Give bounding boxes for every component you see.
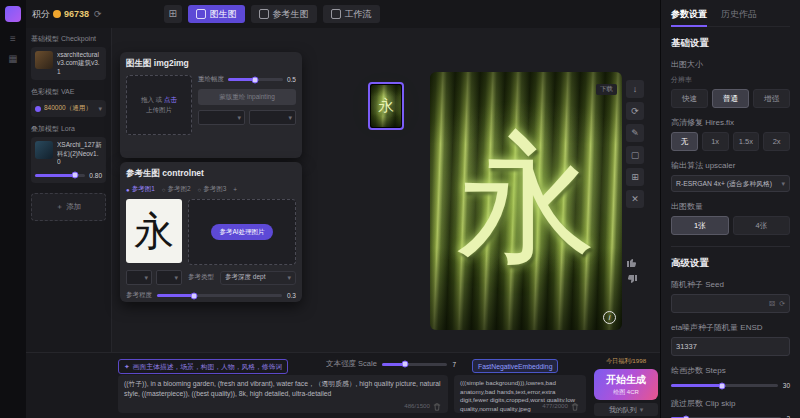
upscaler-label: 输出算法 upscaler [671, 160, 790, 171]
download-icon[interactable]: ↓ [626, 80, 644, 98]
ref-tab-2[interactable]: ○参考图2 [162, 185, 191, 194]
count-option-1[interactable]: 1张 [671, 216, 729, 235]
ref-mini-select-1[interactable]: ▾ [126, 270, 152, 285]
info-icon[interactable]: i [603, 311, 616, 324]
ref-tab-add[interactable]: + [233, 186, 237, 193]
dot-icon: ● [126, 187, 130, 193]
lora-card[interactable]: XSArchi_127新科幻(2)Neov1.0 0.80 [31, 137, 106, 182]
sidebar-tabs: 参数设置 历史作品 [671, 0, 790, 27]
prompt-hint-pill[interactable]: ✦ 画面主体描述，场景，构图，人物，风格，修饰词 [118, 359, 288, 374]
trash-icon[interactable] [433, 403, 441, 411]
ref-type-value: 参考深度 dept [225, 273, 265, 282]
ai-process-label: 参考AI处理图片 [219, 228, 264, 235]
controlnet-panel: 参考生图 controlnet ●参考图1 ○参考图2 ○参考图3 + 永 参考… [120, 162, 302, 302]
count-option-4[interactable]: 4张 [733, 216, 791, 235]
ref-strength-value: 0.3 [287, 292, 296, 299]
resolution-option-enhanced[interactable]: 增强 [753, 89, 790, 108]
vae-select[interactable]: 840000（通用） ▾ [31, 100, 106, 117]
image-tool-column: ↓ ⟳ ✎ ▢ ⊞ ✕ [626, 80, 644, 208]
denoise-slider[interactable] [228, 78, 283, 81]
generation-thumbnail[interactable]: 永 [368, 82, 404, 130]
scale-slider[interactable] [382, 363, 448, 366]
tab-workflow[interactable]: 工作流 [323, 5, 380, 23]
workflow-icon [331, 9, 341, 19]
resolution-option-normal[interactable]: 普通 [712, 89, 749, 108]
menu-icon[interactable]: ≡ [6, 32, 20, 46]
negative-embedding-tag[interactable]: FastNegativeEmbedding [472, 359, 558, 373]
denoise-value: 0.5 [287, 76, 296, 83]
thumbs-up-icon[interactable] [626, 256, 638, 268]
resolution-label: 分辨率 [671, 75, 790, 85]
hires-label: 高清修复 Hires.fix [671, 117, 790, 128]
ref-tab-3[interactable]: ○参考图3 [198, 185, 227, 194]
ensd-label: eta噪声种子随机量 ENSD [671, 322, 790, 333]
lora-label: 叠加模型 Lora [31, 124, 106, 134]
hires-option-2x[interactable]: 2x [763, 132, 790, 151]
seed-refresh-icon[interactable]: ⟳ [779, 300, 785, 308]
lora-weight-slider[interactable] [35, 174, 85, 177]
edit-icon[interactable]: ✎ [626, 124, 644, 142]
grid-icon[interactable]: ⊞ [626, 168, 644, 186]
bonus-text: 今日福利/1998 [594, 357, 658, 367]
negative-prompt-input[interactable]: (((simple background))),lowres,bad anato… [454, 375, 586, 413]
clip-skip-label: 跳过层数 Clip skip [671, 398, 790, 409]
ref-strength-slider[interactable] [157, 294, 282, 297]
reference-image[interactable]: 永 [126, 199, 182, 263]
apps-icon[interactable]: ▦ [6, 52, 20, 66]
ref-mini-select-2[interactable]: ▾ [156, 270, 182, 285]
grid-view-icon[interactable]: ⊞ [164, 5, 182, 23]
app-logo[interactable] [5, 6, 21, 22]
generated-image[interactable]: 永 i [430, 72, 622, 330]
upscaler-value: R-ESRGAN 4x+ (适合多种风格) [676, 179, 772, 189]
hires-option-15x[interactable]: 1.5x [733, 132, 760, 151]
steps-slider[interactable] [671, 384, 778, 387]
generate-column: 今日福利/1998 开始生成 绘图 4CR 我的队列 ▾ [594, 357, 658, 416]
download-tooltip: 下载 [596, 84, 617, 95]
ref-strength-label: 参考程度 [126, 291, 152, 300]
vae-dot-icon [35, 106, 41, 112]
img2img-option-select-2[interactable]: ▾ [249, 110, 296, 125]
chevron-down-icon: ▾ [98, 105, 102, 113]
ensd-input[interactable]: 31337 [671, 337, 790, 356]
upscaler-select[interactable]: R-ESRGAN 4x+ (适合多种风格) ▾ [671, 175, 790, 192]
tab-history[interactable]: 历史作品 [721, 6, 757, 21]
prompt-hint-text: 画面主体描述，场景，构图，人物，风格，修饰词 [133, 362, 283, 372]
hires-option-1x[interactable]: 1x [702, 132, 729, 151]
regenerate-icon[interactable]: ⟳ [626, 102, 644, 120]
ref-type-select[interactable]: 参考深度 dept ▾ [220, 271, 296, 285]
seed-input[interactable]: ⚄ ⟳ [671, 294, 790, 313]
ensd-value: 31337 [676, 342, 785, 351]
add-label: 添加 [66, 202, 81, 212]
tab-controlnet[interactable]: 参考生图 [251, 5, 317, 23]
queue-button[interactable]: 我的队列 ▾ [594, 403, 658, 416]
hires-option-none[interactable]: 无 [671, 132, 698, 151]
checkpoint-thumbnail [35, 51, 53, 69]
generate-button[interactable]: 开始生成 绘图 4CR [594, 369, 658, 400]
steps-value: 30 [783, 382, 790, 389]
img2img-option-select-1[interactable]: ▾ [198, 110, 245, 125]
img2img-upload-dropzone[interactable]: 拖入 或 点击 上传图片 [126, 75, 192, 135]
size-label: 出图大小 [671, 59, 790, 70]
frame-icon[interactable]: ▢ [626, 146, 644, 164]
checkpoint-card[interactable]: xsarchitecturalv3.com建筑v3.1 [31, 47, 106, 80]
denoise-label: 重绘幅度 [198, 75, 224, 84]
settings-sidebar: 参数设置 历史作品 基础设置 出图大小 分辨率 快速 普通 增强 高清修复 Hi… [660, 0, 800, 418]
positive-prompt-input[interactable]: ((竹子)), in a blooming garden, (fresh and… [118, 375, 448, 413]
ref-tab-1[interactable]: ●参考图1 [126, 185, 155, 194]
resolution-option-fast[interactable]: 快速 [671, 89, 708, 108]
sparkle-icon: ✦ [124, 363, 130, 371]
thumbs-down-icon[interactable] [626, 274, 638, 286]
canvas-area[interactable]: 图生图 img2img 拖入 或 点击 上传图片 重绘幅度 0.5 [112, 28, 660, 352]
tab-parameters[interactable]: 参数设置 [671, 6, 707, 27]
ai-process-button[interactable]: 参考AI处理图片 [211, 224, 272, 240]
tab-workflow-label: 工作流 [345, 8, 372, 21]
delete-icon[interactable]: ✕ [626, 190, 644, 208]
dot-icon: ○ [162, 187, 166, 193]
img2img-panel: 图生图 img2img 拖入 或 点击 上传图片 重绘幅度 0.5 [120, 52, 302, 158]
inpaint-button[interactable]: 蒙版重绘 inpainting [198, 89, 296, 105]
refresh-icon[interactable]: ⟳ [94, 9, 102, 19]
tab-img2img[interactable]: 图生图 [188, 5, 245, 23]
trash-icon[interactable] [571, 403, 579, 411]
add-model-button[interactable]: ＋ 添加 [31, 193, 106, 221]
dice-icon[interactable]: ⚄ [769, 300, 775, 308]
